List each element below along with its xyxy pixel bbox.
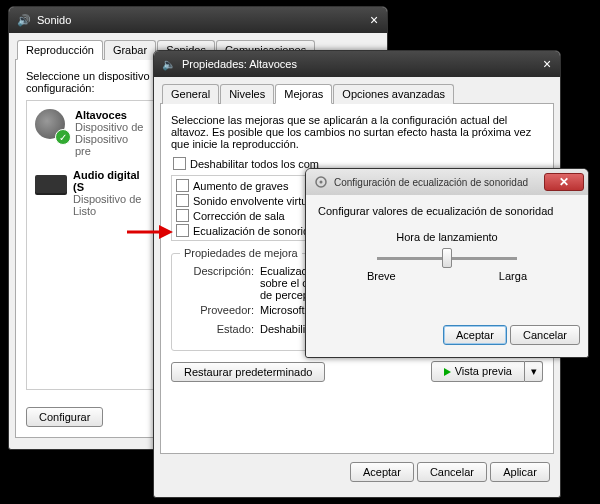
checkbox-icon[interactable] — [173, 157, 186, 170]
arrow-indicator-icon — [125, 222, 175, 242]
device-list[interactable]: ✓ Altavoces Dispositivo de Dispositivo p… — [26, 100, 156, 390]
eq-config-window: Configuración de ecualización de sonorid… — [305, 168, 589, 358]
effects-list[interactable]: Aumento de graves Sonido envolvente virt… — [171, 175, 326, 241]
tab-playback[interactable]: Reproducción — [17, 40, 103, 60]
ok-button[interactable]: Aceptar — [350, 462, 414, 482]
tab-general[interactable]: General — [162, 84, 219, 104]
apply-button[interactable]: Aplicar — [490, 462, 550, 482]
settings-icon — [314, 175, 328, 189]
preview-dropdown-button[interactable]: ▾ — [525, 361, 543, 382]
close-icon[interactable]: × — [365, 11, 383, 29]
speaker-icon: 🔈 — [162, 57, 176, 71]
sound-title: Sonido — [37, 14, 365, 26]
preview-button[interactable]: Vista previa — [431, 361, 525, 382]
sound-titlebar[interactable]: 🔊 Sonido × — [9, 7, 387, 33]
status-label: Estado: — [180, 323, 260, 335]
device-name: Altavoces — [75, 109, 147, 121]
close-button[interactable]: ✕ — [544, 173, 584, 191]
props-title: Propiedades: Altavoces — [182, 58, 538, 70]
restore-defaults-button[interactable]: Restaurar predeterminado — [171, 362, 325, 382]
speaker-icon: 🔊 — [17, 13, 31, 27]
slider-thumb[interactable] — [442, 248, 452, 268]
speaker-device-icon: ✓ — [35, 109, 69, 143]
eq-titlebar[interactable]: Configuración de ecualización de sonorid… — [306, 169, 588, 195]
effect-bass-boost[interactable]: Aumento de graves — [174, 178, 323, 193]
ok-button[interactable]: Aceptar — [443, 325, 507, 345]
provider-label: Proveedor: — [180, 304, 260, 316]
device-item-spdif[interactable]: Audio digital (S Dispositivo de Listo — [31, 165, 151, 221]
slider-label: Hora de lanzamiento — [312, 231, 582, 243]
effect-loudness-eq[interactable]: Ecualización de sonorida — [174, 223, 323, 238]
release-time-slider[interactable] — [377, 257, 517, 260]
play-icon — [444, 368, 451, 376]
desc-label: Descripción: — [180, 265, 260, 301]
tab-advanced[interactable]: Opciones avanzadas — [333, 84, 454, 104]
device-item-speakers[interactable]: ✓ Altavoces Dispositivo de Dispositivo p… — [31, 105, 151, 161]
device-name: Audio digital (S — [73, 169, 147, 193]
slider-min-label: Breve — [367, 270, 396, 282]
close-icon[interactable]: × — [538, 55, 556, 73]
tab-levels[interactable]: Niveles — [220, 84, 274, 104]
effect-virtual-surround[interactable]: Sonido envolvente virtua — [174, 193, 323, 208]
svg-point-3 — [320, 181, 323, 184]
effect-room-correction[interactable]: Corrección de sala — [174, 208, 323, 223]
svg-marker-1 — [159, 225, 173, 239]
slider-max-label: Larga — [499, 270, 527, 282]
eq-instruction: Configurar valores de ecualización de so… — [312, 201, 582, 221]
eq-title: Configuración de ecualización de sonorid… — [334, 177, 544, 188]
enhancements-intro: Seleccione las mejoras que se aplicarán … — [171, 114, 543, 150]
tab-enhancements[interactable]: Mejoras — [275, 84, 332, 104]
tab-record[interactable]: Grabar — [104, 40, 156, 60]
configure-button[interactable]: Configurar — [26, 407, 103, 427]
group-legend: Propiedades de mejora — [180, 247, 302, 259]
cancel-button[interactable]: Cancelar — [417, 462, 487, 482]
props-titlebar[interactable]: 🔈 Propiedades: Altavoces × — [154, 51, 560, 77]
props-tabs: General Niveles Mejoras Opciones avanzad… — [160, 83, 554, 104]
spdif-device-icon — [35, 169, 67, 203]
cancel-button[interactable]: Cancelar — [510, 325, 580, 345]
check-icon: ✓ — [55, 129, 71, 145]
